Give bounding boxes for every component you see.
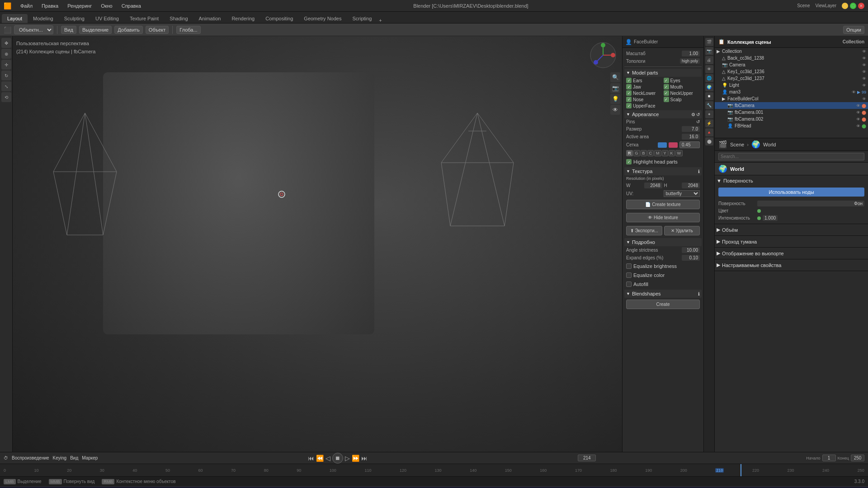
toggle-shading[interactable]: 💡 — [610, 94, 620, 104]
scene-icon[interactable]: 🎬 — [705, 38, 713, 46]
play-button[interactable]: ▷ — [345, 455, 350, 462]
object-props-icon[interactable]: ◽ — [705, 92, 713, 100]
tool-transform[interactable]: ⟲ — [1, 92, 11, 102]
color-green-dot[interactable] — [757, 209, 761, 213]
volume-header[interactable]: ▶ Объём — [717, 226, 866, 234]
select-menu[interactable]: Выделение — [79, 26, 112, 34]
object-menu[interactable]: Объект — [146, 26, 169, 34]
letter-btn-g[interactable]: G — [633, 150, 640, 156]
color-value-input[interactable] — [679, 141, 700, 148]
letter-btn-c[interactable]: C — [647, 150, 654, 156]
letter-btn-w[interactable]: W — [675, 150, 683, 156]
surface-type-value[interactable]: Фон — [757, 201, 864, 206]
fog-header[interactable]: ▶ Проход тумана — [717, 238, 866, 245]
tab-shading[interactable]: Shading — [164, 14, 193, 23]
outliner-item-fbcamera002[interactable]: 📷 fbCamera.002 👁 ⬤ — [715, 116, 868, 122]
fbhead-eye-icon[interactable]: 👁 — [856, 124, 860, 128]
equalize-color-row[interactable]: Equalize color — [624, 271, 702, 280]
zoom-to-fit[interactable]: 🔍 — [610, 72, 620, 82]
particles-icon[interactable]: ✦ — [705, 110, 713, 118]
intensity-dot[interactable] — [757, 216, 761, 220]
letter-btn-b[interactable]: B — [641, 150, 647, 156]
uv-selector[interactable]: butterfly — [664, 190, 700, 197]
highlight-head-parts-row[interactable]: Highlight head parts — [624, 157, 702, 166]
go-to-start-button[interactable]: ⏮ — [308, 455, 314, 462]
color-swatch-blue[interactable] — [658, 142, 667, 148]
tool-scale[interactable]: ⤡ — [1, 81, 11, 91]
add-workspace-button[interactable]: + — [379, 18, 382, 23]
appearance-refresh-icon[interactable]: ↺ — [696, 112, 700, 117]
custom-props-header[interactable]: ▶ Настраиваемые свойства — [717, 261, 866, 269]
topology-value[interactable]: high poly — [680, 58, 700, 64]
physics-icon[interactable]: ⚡ — [705, 119, 713, 127]
viewport-gizmo[interactable] — [590, 42, 617, 69]
global-mode[interactable]: Глоба... — [176, 26, 200, 34]
part-mouth-checkbox[interactable] — [664, 84, 669, 89]
tab-animation[interactable]: Animation — [193, 14, 226, 23]
add-menu[interactable]: Добавить — [114, 26, 143, 34]
create-texture-button[interactable]: 📄 Create texture — [626, 200, 700, 209]
hide-texture-button[interactable]: 👁 Hide texture — [626, 213, 700, 222]
part-jaw-checkbox[interactable] — [626, 84, 632, 89]
tab-modeling[interactable]: Modeling — [28, 14, 59, 23]
tool-select[interactable]: ✥ — [1, 38, 11, 48]
tool-cursor[interactable]: ⊕ — [1, 49, 11, 59]
autofill-row[interactable]: Autofill — [624, 280, 702, 289]
frame-end-input[interactable] — [851, 455, 864, 461]
res-w-value[interactable]: 2048 — [644, 183, 662, 188]
key2-eye-icon[interactable]: 👁 — [862, 76, 866, 81]
toggle-overlays[interactable]: 👁 — [610, 105, 620, 115]
material-icon[interactable]: ⬤ — [705, 137, 713, 145]
outliner-item-light[interactable]: 💡 Light 👁 — [715, 82, 868, 89]
outliner-item-collection[interactable]: ▶ Collection 👁 — [715, 48, 868, 55]
menu-edit[interactable]: Правка — [38, 2, 62, 9]
world-icon[interactable]: 🌍 — [705, 83, 713, 91]
letter-btn-m[interactable]: M — [654, 150, 661, 156]
color-swatch-pink[interactable] — [669, 142, 678, 148]
menu-render[interactable]: Рендеринг — [64, 2, 95, 9]
export-button[interactable]: ⬆ Экспорти... — [626, 226, 662, 235]
appearance-header[interactable]: ▼ Appearance ⚙ ↺ — [624, 110, 702, 118]
tab-texture-paint[interactable]: Texture Paint — [124, 14, 164, 23]
playback-menu[interactable]: Воспроизведение — [12, 455, 49, 460]
part-ears-checkbox[interactable] — [626, 78, 632, 83]
key1-eye-icon[interactable]: 👁 — [862, 70, 866, 74]
use-nodes-button[interactable]: Использовать ноды — [718, 188, 864, 197]
viewport[interactable]: Пользовательская перспектива (214) Колле… — [13, 36, 622, 452]
part-neckupper-checkbox[interactable] — [664, 90, 669, 96]
outliner-item-camera[interactable]: 📷 Camera 👁 — [715, 61, 868, 68]
minimize-button[interactable]: − — [842, 3, 848, 9]
outliner-item-key1[interactable]: △ Key1_cc3lid_1236 👁 — [715, 68, 868, 75]
equalize-color-checkbox[interactable] — [626, 272, 632, 278]
part-upperface-checkbox[interactable] — [626, 103, 632, 108]
viewport-display-header[interactable]: ▶ Отображение во вьюпорте — [717, 249, 866, 257]
object-data-icon[interactable]: 🔺 — [705, 128, 713, 136]
maximize-button[interactable]: □ — [850, 3, 856, 9]
menu-window[interactable]: Окно — [97, 2, 116, 9]
size-value[interactable]: 7.0 — [682, 126, 700, 132]
close-button[interactable]: ✕ — [858, 3, 864, 9]
modifier-icon[interactable]: 🔧 — [705, 101, 713, 109]
current-frame-input[interactable] — [578, 455, 596, 461]
part-eyes-checkbox[interactable] — [664, 78, 669, 83]
man3-eye-icon[interactable]: 👁 — [852, 90, 856, 94]
tab-rendering[interactable]: Rendering — [226, 14, 260, 23]
scene-prop-icon[interactable]: 🎬 — [718, 140, 727, 149]
expand-edges-value[interactable]: 0.10 — [682, 255, 700, 261]
highlight-checkbox[interactable] — [626, 159, 632, 164]
res-h-value[interactable]: 2048 — [682, 183, 700, 188]
back-eye-icon[interactable]: 👁 — [862, 56, 866, 61]
menu-help[interactable]: Справка — [118, 2, 145, 9]
view-menu[interactable]: Вид — [61, 26, 76, 34]
outliner-item-man3[interactable]: 👤 man3 👁 ▶ 99 — [715, 89, 868, 95]
toggle-camera[interactable]: 📷 — [610, 83, 620, 93]
collection-eye-icon[interactable]: 👁 — [862, 49, 866, 54]
light-eye-icon[interactable]: 👁 — [862, 83, 866, 88]
timeline-view-menu[interactable]: Вид — [70, 455, 78, 460]
surface-header[interactable]: ▼ Поверхность — [717, 177, 866, 184]
fbcamera002-eye-icon[interactable]: 👁 — [856, 117, 860, 122]
delete-button[interactable]: ✕ Удалить — [664, 226, 700, 235]
outliner-item-back[interactable]: △ Back_cc3lid_1238 👁 — [715, 55, 868, 61]
fbcamera-eye-icon[interactable]: 👁 — [856, 103, 860, 108]
facebuilder-eye-icon[interactable]: 👁 — [862, 97, 866, 101]
